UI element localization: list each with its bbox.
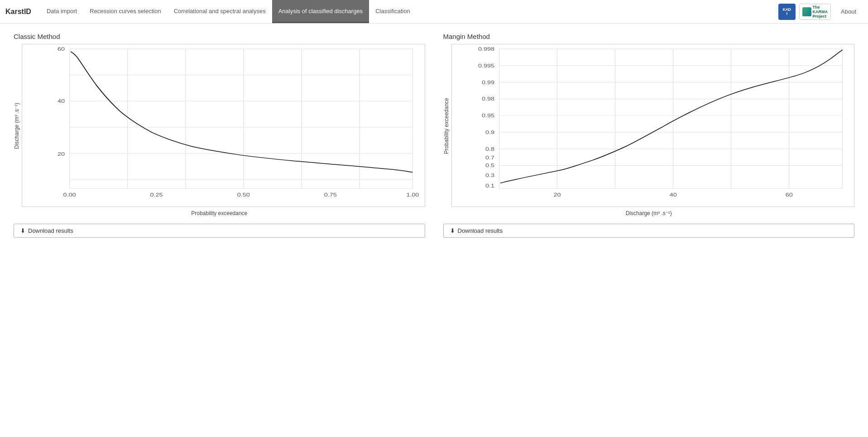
svg-text:0.3: 0.3 — [485, 173, 494, 178]
navbar: KarstID Data import Recession curves sel… — [0, 0, 868, 24]
charts-row: Classic Method Discharge (m³ .s⁻¹) — [14, 33, 854, 238]
svg-text:0.25: 0.25 — [150, 192, 163, 198]
mangin-download-button[interactable]: ⬇ Download results — [443, 224, 855, 238]
karma-icon — [802, 7, 811, 16]
svg-text:0.50: 0.50 — [237, 192, 250, 198]
nav-data-import[interactable]: Data import — [40, 0, 83, 23]
classic-download-button[interactable]: ⬇ Download results — [14, 224, 425, 238]
classic-chart-svg-wrap: 60 40 20 0.00 0.25 0.50 0.75 1.00 — [22, 44, 425, 208]
nav-right: KADT TheKARMAProject About — [778, 4, 863, 20]
svg-text:0.8: 0.8 — [485, 146, 494, 152]
svg-text:0.5: 0.5 — [485, 163, 494, 168]
svg-text:0.995: 0.995 — [478, 62, 494, 68]
main-content: Classic Method Discharge (m³ .s⁻¹) — [0, 24, 868, 437]
svg-text:0.75: 0.75 — [324, 192, 337, 198]
mangin-chart-wrap: Probability exceedance — [443, 44, 855, 208]
classic-chart-area: Discharge (m³ .s⁻¹) — [14, 44, 425, 216]
svg-text:40: 40 — [58, 98, 65, 104]
classic-y-axis-label: Discharge (m³ .s⁻¹) — [14, 103, 20, 149]
mangin-chart-title: Mangin Method — [443, 33, 855, 40]
classic-chart-svg: 60 40 20 0.00 0.25 0.50 0.75 1.00 — [22, 44, 425, 207]
about-link[interactable]: About — [834, 8, 863, 15]
svg-text:60: 60 — [785, 192, 792, 198]
nav-recession-curves[interactable]: Recession curves selection — [83, 0, 168, 23]
nav-analysis-classified[interactable]: Analysis of classified discharges — [272, 0, 369, 23]
mangin-chart-area: Probability exceedance — [443, 44, 855, 216]
svg-text:0.99: 0.99 — [482, 79, 494, 85]
nav-items: Data import Recession curves selection C… — [40, 0, 778, 23]
svg-text:20: 20 — [553, 192, 561, 198]
svg-text:0.7: 0.7 — [485, 154, 494, 160]
classic-chart-container: Classic Method Discharge (m³ .s⁻¹) — [14, 33, 425, 238]
mangin-chart-container: Mangin Method Probability exceedance — [443, 33, 855, 238]
mangin-chart-svg: 0.998 0.995 0.99 0.98 0.95 0.9 0.8 0.7 0… — [451, 44, 855, 207]
svg-text:1.00: 1.00 — [406, 192, 419, 198]
mangin-y-axis-label: Probability exceedance — [443, 98, 450, 154]
svg-text:0.00: 0.00 — [63, 192, 76, 198]
svg-text:0.98: 0.98 — [482, 96, 494, 102]
karma-project-badge: TheKARMAProject — [799, 4, 831, 20]
svg-text:20: 20 — [58, 151, 65, 157]
svg-text:60: 60 — [58, 46, 65, 52]
mangin-x-axis-label: Discharge (m³ .s⁻¹) — [443, 210, 855, 216]
app-brand[interactable]: KarstID — [5, 8, 31, 16]
mangin-chart-svg-wrap: 0.998 0.995 0.99 0.98 0.95 0.9 0.8 0.7 0… — [451, 44, 855, 208]
svg-text:0.1: 0.1 — [485, 183, 494, 189]
nav-correlational[interactable]: Correlational and spectral analyses — [168, 0, 272, 23]
classic-chart-wrap: Discharge (m³ .s⁻¹) — [14, 44, 425, 208]
svg-text:0.9: 0.9 — [485, 130, 494, 135]
svg-text:40: 40 — [669, 192, 676, 198]
svg-text:0.998: 0.998 — [478, 46, 494, 52]
download-icon: ⬇ — [20, 227, 25, 234]
classic-chart-title: Classic Method — [14, 33, 425, 40]
classic-x-axis-label: Probability exceedance — [14, 210, 425, 216]
svg-text:0.95: 0.95 — [482, 113, 494, 119]
nav-classification[interactable]: Classification — [369, 0, 417, 23]
download-icon-mangin: ⬇ — [450, 227, 455, 234]
karstid-logo-badge: KADT — [778, 4, 796, 20]
